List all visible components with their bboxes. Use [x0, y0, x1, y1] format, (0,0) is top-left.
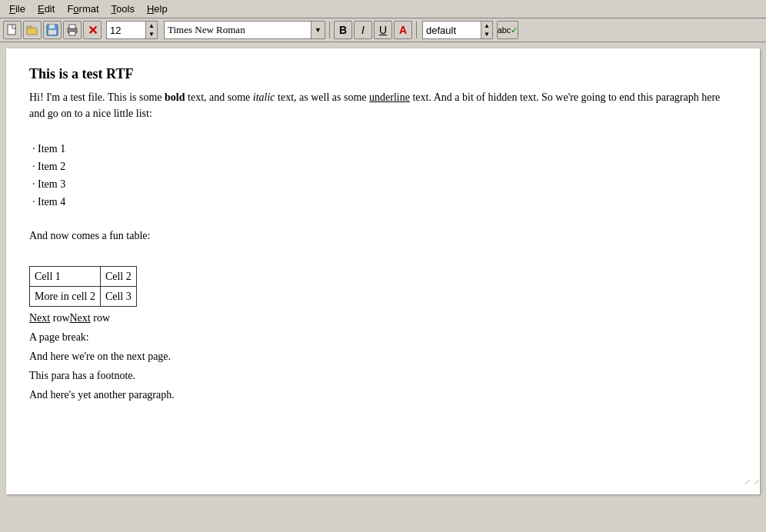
spell-check-button[interactable]: abc✓	[497, 21, 518, 39]
menu-tools[interactable]: Tools	[105, 2, 141, 16]
italic-text: italic	[253, 91, 275, 103]
style-up[interactable]: ▲	[481, 22, 492, 30]
font-family-input[interactable]: Times New Roman	[165, 22, 311, 38]
svg-rect-2	[27, 26, 32, 28]
svg-rect-5	[48, 30, 56, 35]
style-input[interactable]: default	[423, 22, 481, 38]
font-size-box: 12 ▲ ▼	[106, 21, 158, 39]
document-body: Hi! I'm a test file. This is some bold t…	[29, 89, 737, 403]
list-item: · Item 2	[32, 158, 737, 175]
font-size-up[interactable]: ▲	[146, 22, 157, 30]
toolbar: ✕ 12 ▲ ▼ Times New Roman ▼ B I U A defau…	[0, 18, 766, 42]
underline-button[interactable]: U	[374, 21, 392, 39]
bold-text: bold	[165, 91, 185, 103]
open-button[interactable]	[23, 21, 42, 39]
svg-rect-0	[8, 25, 15, 35]
font-color-button[interactable]: A	[394, 21, 412, 39]
table-row: Cell 1 Cell 2	[30, 267, 137, 287]
italic-button[interactable]: I	[354, 21, 372, 39]
table-row: More in cell 2 Cell 3	[30, 287, 137, 307]
style-arrows: ▲ ▼	[481, 22, 492, 38]
list-item: · Item 4	[32, 194, 737, 210]
print-button[interactable]	[63, 21, 82, 39]
list-item: · Item 3	[32, 176, 737, 192]
svg-rect-4	[49, 25, 55, 28]
table-cell: More in cell 2	[30, 287, 101, 307]
menu-format[interactable]: Format	[61, 2, 105, 16]
document-table: Cell 1 Cell 2 More in cell 2 Cell 3	[29, 266, 137, 307]
menu-bar: File Edit Format Tools Help	[0, 0, 766, 18]
font-size-input[interactable]: 12	[107, 22, 145, 38]
svg-rect-8	[69, 32, 75, 35]
next-row-line: Next rowNext row	[29, 310, 737, 326]
table-cell: Cell 1	[30, 267, 101, 287]
menu-edit[interactable]: Edit	[32, 2, 61, 16]
resize-handle[interactable]: ⟋⟋	[743, 477, 754, 488]
list-item: · Item 1	[32, 141, 737, 157]
table-cell: Cell 2	[100, 267, 136, 287]
table-intro: And now comes a fun table:	[29, 228, 737, 244]
font-family-dropdown[interactable]: ▼	[311, 22, 325, 38]
new-button[interactable]	[3, 21, 22, 39]
separator-1	[329, 22, 330, 38]
style-box: default ▲ ▼	[422, 21, 493, 39]
page-break-line: A page break:	[29, 329, 737, 345]
underline-text: underline	[369, 91, 410, 103]
document-title: This is a test RTF	[29, 64, 737, 85]
table-cell: Cell 3	[100, 287, 136, 307]
another-para-line: And here's yet another paragraph.	[29, 387, 737, 403]
svg-rect-7	[69, 25, 75, 28]
menu-file[interactable]: File	[3, 2, 32, 16]
font-family-box: Times New Roman ▼	[164, 21, 325, 39]
save-button[interactable]	[43, 21, 62, 39]
font-size-arrows: ▲ ▼	[145, 22, 157, 38]
footnote-line: This para has a footnote.	[29, 367, 737, 384]
font-size-down[interactable]: ▼	[146, 30, 157, 38]
bold-button[interactable]: B	[334, 21, 352, 39]
intro-paragraph: Hi! I'm a test file. This is some bold t…	[29, 89, 737, 121]
close-button[interactable]: ✕	[83, 21, 102, 39]
menu-help[interactable]: Help	[141, 2, 174, 16]
separator-2	[416, 22, 417, 38]
next-page-line: And here we're on the next page.	[29, 348, 737, 364]
style-down[interactable]: ▼	[481, 30, 492, 38]
editor-area[interactable]: This is a test RTF Hi! I'm a test file. …	[6, 48, 760, 494]
